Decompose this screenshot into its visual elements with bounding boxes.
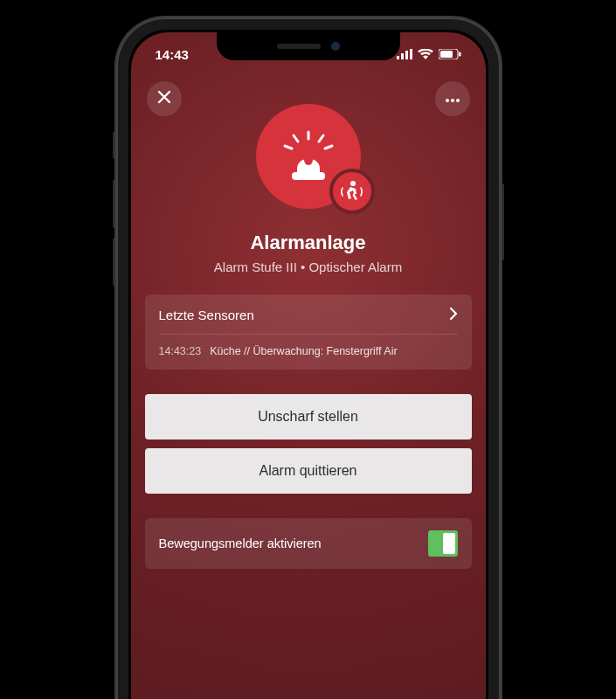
motion-toggle-row: Bewegungsmelder aktivieren xyxy=(145,518,472,569)
page-subtitle: Alarm Stufe III • Optischer Alarm xyxy=(131,260,486,274)
svg-rect-1 xyxy=(401,53,404,59)
status-time: 14:43 xyxy=(156,47,189,62)
device-notch xyxy=(217,32,400,60)
motion-toggle-label: Bewegungsmelder aktivieren xyxy=(159,536,322,550)
svg-point-8 xyxy=(451,99,454,102)
sensor-text: Küche // Überwachung: Fenstergriff Air xyxy=(210,345,397,357)
wifi-icon xyxy=(418,47,433,62)
more-button[interactable] xyxy=(435,81,470,116)
svg-line-12 xyxy=(319,135,323,142)
svg-line-14 xyxy=(325,146,332,149)
svg-rect-0 xyxy=(397,56,399,59)
svg-line-13 xyxy=(285,146,292,149)
more-icon xyxy=(445,91,460,107)
acknowledge-button[interactable]: Alarm quittieren xyxy=(145,448,472,494)
page-title: Alarmanlage xyxy=(131,232,486,254)
svg-point-17 xyxy=(350,181,356,186)
motion-badge-icon xyxy=(329,169,375,214)
chevron-right-icon xyxy=(449,307,458,323)
svg-rect-2 xyxy=(405,51,408,59)
svg-rect-3 xyxy=(410,49,412,59)
svg-point-15 xyxy=(304,155,313,165)
svg-line-11 xyxy=(294,135,298,142)
last-sensors-title: Letzte Sensoren xyxy=(159,308,254,322)
alarm-hero xyxy=(247,104,370,209)
app-screen: 14:43 xyxy=(131,32,486,699)
sensor-time: 14:43:23 xyxy=(159,345,202,357)
close-icon xyxy=(156,89,172,108)
motion-toggle[interactable] xyxy=(428,530,458,557)
svg-point-7 xyxy=(446,99,449,102)
last-sensors-card[interactable]: Letzte Sensoren 14:43:23 Küche // Überwa… xyxy=(145,294,472,370)
disarm-button[interactable]: Unscharf stellen xyxy=(145,394,472,439)
disarm-label: Unscharf stellen xyxy=(258,409,358,425)
svg-point-9 xyxy=(456,99,460,102)
status-icons xyxy=(397,47,461,62)
sensor-row: 14:43:23 Küche // Überwachung: Fenstergr… xyxy=(159,335,458,357)
svg-rect-6 xyxy=(459,52,461,56)
battery-icon xyxy=(439,47,461,62)
close-button[interactable] xyxy=(147,81,182,116)
ack-label: Alarm quittieren xyxy=(259,463,356,479)
svg-rect-16 xyxy=(292,172,325,180)
svg-rect-5 xyxy=(440,51,453,58)
